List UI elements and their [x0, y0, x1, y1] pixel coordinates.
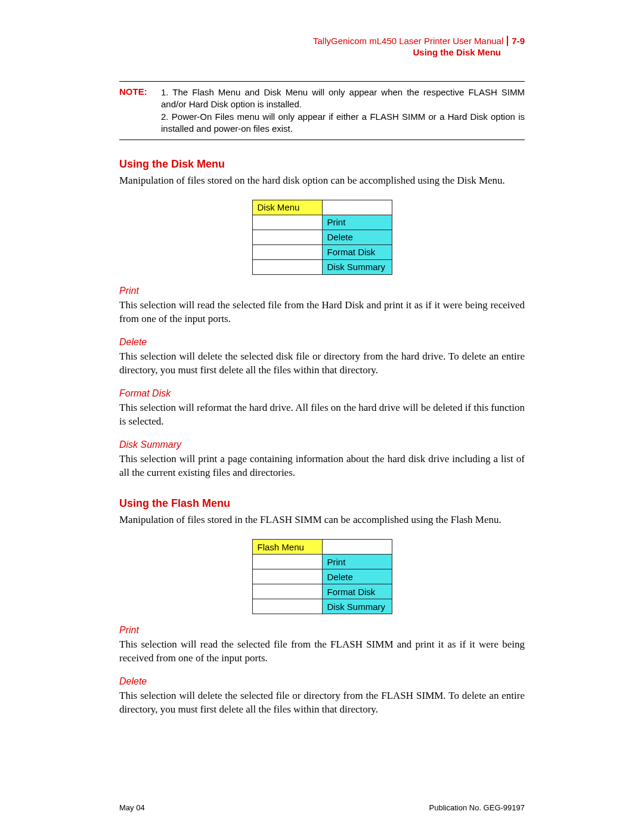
- empty-cell: [252, 244, 322, 259]
- disk-intro-text: Manipulation of files stored on the hard…: [119, 174, 525, 188]
- note-label: NOTE:: [119, 86, 161, 135]
- flash-delete-text: This selection will delete the selected …: [119, 689, 525, 717]
- section-title-flash: Using the Flash Menu: [119, 497, 525, 510]
- note-callout: NOTE: 1. The Flash Menu and Disk Menu wi…: [119, 81, 525, 140]
- flash-option-format: Format Disk: [322, 584, 392, 599]
- disk-format-title: Format Disk: [119, 388, 525, 399]
- disk-print-title: Print: [119, 286, 525, 296]
- flash-print-text: This selection will read the selected fi…: [119, 638, 525, 665]
- empty-cell: [322, 200, 392, 215]
- header-subtitle: Using the Disk Menu: [119, 47, 525, 57]
- disk-menu-table: Disk Menu Print Delete Format Disk Disk …: [252, 200, 392, 275]
- disk-delete-text: This selection will delete the selected …: [119, 350, 525, 377]
- note-line2: 2. Power-On Files menu will only appear …: [161, 112, 525, 134]
- empty-cell: [252, 230, 322, 244]
- empty-cell: [322, 540, 392, 555]
- flash-menu-label: Flash Menu: [252, 540, 322, 555]
- footer-date: May 04: [119, 803, 145, 812]
- flash-option-summary: Disk Summary: [322, 599, 392, 614]
- disk-print-text: This selection will read the selected fi…: [119, 299, 525, 326]
- disk-option-summary: Disk Summary: [322, 259, 392, 274]
- note-line1: 1. The Flash Menu and Disk Menu will onl…: [161, 87, 525, 109]
- flash-menu-table: Flash Menu Print Delete Format Disk Disk…: [252, 539, 392, 614]
- flash-option-delete: Delete: [322, 569, 392, 584]
- page-header: TallyGenicom mL450 Laser Printer User Ma…: [119, 36, 525, 57]
- flash-print-title: Print: [119, 625, 525, 636]
- empty-cell: [252, 599, 322, 614]
- page-footer: May 04 Publication No. GEG-99197: [119, 803, 525, 812]
- disk-delete-title: Delete: [119, 337, 525, 348]
- empty-cell: [252, 584, 322, 599]
- disk-summary-title: Disk Summary: [119, 439, 525, 450]
- section-title-disk: Using the Disk Menu: [119, 158, 525, 171]
- page-number: 7-9: [507, 36, 525, 46]
- empty-cell: [252, 555, 322, 569]
- disk-format-text: This selection will reformat the hard dr…: [119, 401, 525, 429]
- empty-cell: [252, 569, 322, 584]
- note-text: 1. The Flash Menu and Disk Menu will onl…: [161, 86, 525, 135]
- header-title: TallyGenicom mL450 Laser Printer User Ma…: [313, 36, 503, 46]
- flash-option-print: Print: [322, 555, 392, 569]
- disk-option-delete: Delete: [322, 230, 392, 244]
- disk-option-print: Print: [322, 215, 392, 230]
- disk-option-format: Format Disk: [322, 244, 392, 259]
- empty-cell: [252, 215, 322, 230]
- flash-intro-text: Manipulation of files stored in the FLAS…: [119, 513, 525, 527]
- disk-summary-text: This selection will print a page contain…: [119, 453, 525, 480]
- flash-delete-title: Delete: [119, 676, 525, 687]
- empty-cell: [252, 259, 322, 274]
- disk-menu-label: Disk Menu: [252, 200, 322, 215]
- footer-pubno: Publication No. GEG-99197: [429, 803, 525, 812]
